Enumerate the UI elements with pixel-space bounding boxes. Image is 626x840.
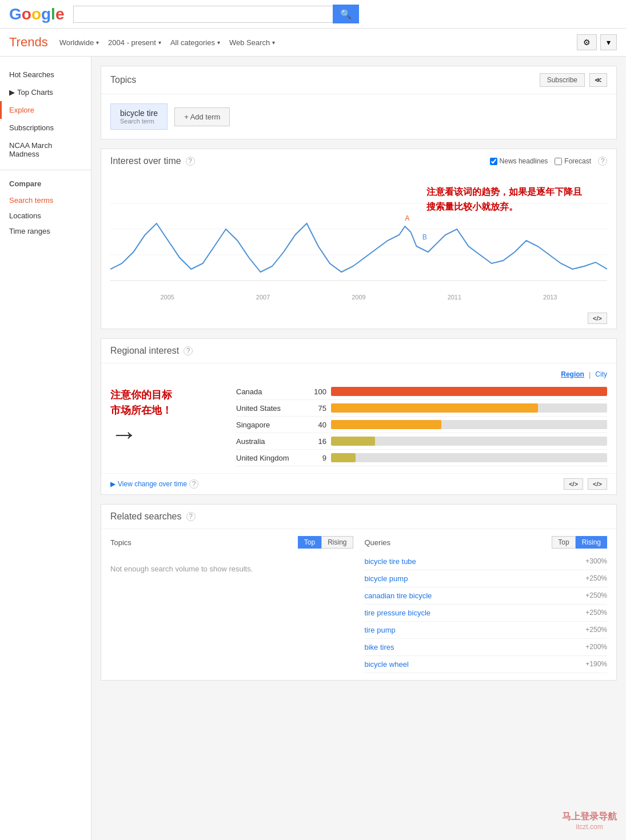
city-link[interactable]: City (595, 370, 607, 379)
country-bar-bg (331, 437, 607, 446)
country-bar (331, 387, 607, 396)
queries-label: Queries (365, 538, 391, 547)
forecast-help-icon[interactable]: ? (598, 157, 607, 166)
nav-categories[interactable]: All categories ▾ (170, 38, 220, 47)
query-link[interactable]: tire pump (365, 626, 396, 634)
queries-rising-button[interactable]: Rising (576, 536, 607, 549)
country-name: Australia (236, 437, 305, 446)
related-help-icon[interactable]: ? (186, 512, 196, 521)
content: Topics Subscribe ≪ bicycle tire Search t… (91, 57, 626, 840)
list-item: tire pressure bicycle +250% (365, 605, 608, 622)
year-2009: 2009 (352, 294, 365, 301)
list-item: tire pump +250% (365, 622, 608, 639)
regional-annotation: 注意你的目标市场所在地！ → (110, 370, 225, 466)
regional-table: Region | City Canada 100 United States (236, 370, 607, 466)
topics-rising-button[interactable]: Rising (321, 536, 353, 549)
sidebar-item-explore[interactable]: Explore (0, 101, 91, 119)
no-data-text: Not enough search volume to show results… (110, 553, 353, 585)
table-row: Canada 100 (236, 383, 607, 400)
search-input[interactable] (73, 6, 333, 23)
topics-card-header: Topics Subscribe ≪ (101, 66, 616, 94)
interest-help-icon[interactable]: ? (186, 157, 195, 166)
query-link[interactable]: tire pressure bicycle (365, 609, 431, 617)
forecast-label[interactable]: Forecast (555, 157, 591, 165)
country-bar (331, 420, 441, 429)
regional-embed-button-left[interactable]: </> (564, 478, 583, 490)
related-searches-title: Related searches (110, 511, 182, 522)
table-row: Australia 16 (236, 433, 607, 450)
country-name: Canada (236, 387, 305, 396)
sidebar: Hot Searches ▶ Top Charts Explore Subscr… (0, 57, 91, 840)
settings-arrow-button[interactable]: ▾ (600, 34, 617, 50)
query-link[interactable]: bicycle tire tube (365, 557, 416, 566)
queries-top-button[interactable]: Top (552, 536, 575, 549)
regional-interest-title: Regional interest (110, 346, 179, 356)
topics-card: Topics Subscribe ≪ bicycle tire Search t… (101, 66, 617, 139)
sidebar-item-time-ranges[interactable]: Time ranges (0, 223, 91, 239)
table-row: Singapore 40 (236, 417, 607, 433)
add-term-button[interactable]: + Add term (174, 107, 230, 126)
list-item: bicycle pump +250% (365, 570, 608, 587)
settings-button[interactable]: ⚙ (577, 34, 597, 50)
chevron-right-icon: ▶ (9, 88, 15, 97)
regional-help-icon[interactable]: ? (184, 346, 193, 355)
related-queries-header: Queries Top Rising (365, 536, 608, 549)
interest-title-row: Interest over time ? (110, 156, 195, 166)
query-pct: +190% (585, 660, 607, 669)
google-logo: Google (9, 5, 64, 23)
sidebar-item-subscriptions[interactable]: Subscriptions (0, 119, 91, 137)
query-pct: +250% (585, 626, 607, 634)
chart-area: 注意看该词的趋势，如果是逐年下降且搜索量比较小就放弃。 A B 2005 200… (101, 173, 616, 310)
share-button[interactable]: ≪ (589, 73, 607, 87)
sidebar-item-hot-searches[interactable]: Hot Searches (0, 66, 91, 83)
chart-years: 2005 2007 2009 2011 2013 (110, 294, 607, 301)
regional-embed-button-right[interactable]: </> (588, 478, 607, 490)
news-headlines-label[interactable]: News headlines (490, 157, 548, 165)
header: Google 🔍 (0, 0, 626, 29)
regional-header-row: Region | City (236, 370, 607, 379)
sidebar-item-top-charts[interactable]: ▶ Top Charts (0, 83, 91, 101)
sidebar-item-ncaa[interactable]: NCAA March Madness (0, 137, 91, 163)
view-change-help-icon[interactable]: ? (189, 479, 198, 489)
forecast-checkbox[interactable] (555, 158, 562, 165)
nav-worldwide[interactable]: Worldwide ▾ (59, 38, 99, 47)
country-score: 100 (309, 387, 326, 396)
nav-search-type[interactable]: Web Search ▾ (229, 38, 275, 47)
query-link[interactable]: bicycle wheel (365, 660, 409, 669)
subscribe-button[interactable]: Subscribe (540, 73, 585, 87)
chevron-down-icon: ▾ (96, 39, 99, 46)
topics-top-button[interactable]: Top (298, 536, 321, 549)
trends-logo: Trends (9, 35, 48, 50)
annotation-text: 注意你的目标市场所在地！ (110, 387, 225, 418)
related-title-row: Related searches ? (110, 511, 196, 522)
related-topics-col: Topics Top Rising Not enough search volu… (110, 536, 353, 673)
topics-actions: Subscribe ≪ (540, 73, 607, 87)
query-link[interactable]: canadian tire bicycle (365, 591, 432, 600)
country-name: United States (236, 404, 305, 413)
svg-text:B: B (422, 233, 427, 241)
country-score: 40 (309, 421, 326, 429)
nav-date[interactable]: 2004 - present ▾ (108, 38, 161, 47)
sidebar-item-locations[interactable]: Locations (0, 208, 91, 223)
chart-annotation: 注意看该词的趋势，如果是逐年下降且搜索量比较小就放弃。 (426, 185, 582, 214)
search-button[interactable]: 🔍 (333, 5, 359, 23)
query-pct: +300% (585, 557, 607, 566)
topic-pill[interactable]: bicycle tire Search term (110, 103, 168, 130)
news-headlines-checkbox[interactable] (490, 158, 497, 165)
query-pct: +250% (585, 591, 607, 600)
topics-label: Topics (110, 538, 131, 547)
query-link[interactable]: bike tires (365, 643, 394, 651)
table-row: United Kingdom 9 (236, 450, 607, 466)
table-row: United States 75 (236, 400, 607, 417)
regional-body: 注意你的目标市场所在地！ → Region | City Canada 100 (101, 363, 616, 473)
svg-text:A: A (405, 214, 410, 222)
chart-embed-button[interactable]: </> (588, 313, 607, 324)
country-bar (331, 403, 538, 413)
sidebar-compare-section: Compare Search terms Locations Time rang… (0, 170, 91, 239)
interest-over-time-card: Interest over time ? News headlines Fore… (101, 149, 617, 329)
sidebar-item-search-terms[interactable]: Search terms (0, 193, 91, 208)
region-link[interactable]: Region (561, 370, 584, 379)
query-link[interactable]: bicycle pump (365, 574, 408, 583)
trends-nav: Worldwide ▾ 2004 - present ▾ All categor… (59, 38, 565, 47)
view-change-link[interactable]: ▶ View change over time ? (110, 479, 198, 489)
